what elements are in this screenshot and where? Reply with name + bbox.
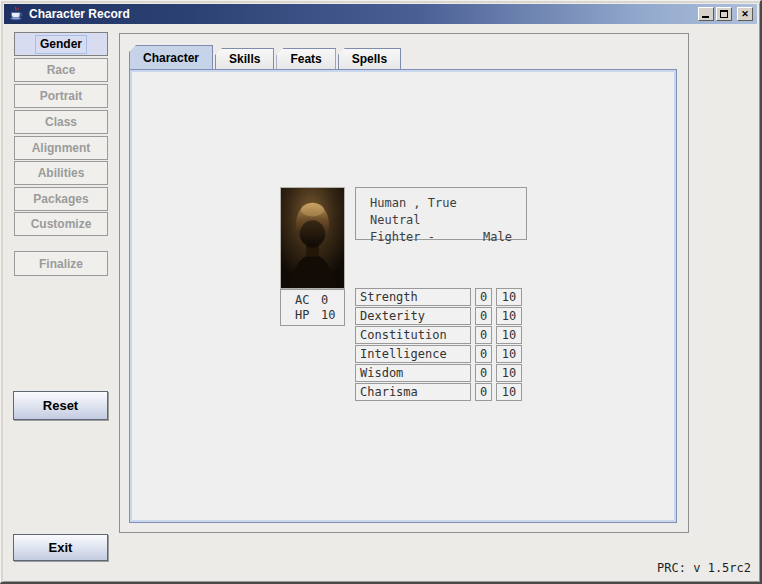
hp-label: HP [295, 308, 321, 322]
ac-label: AC [295, 293, 321, 307]
character-tab-content: AC 0 HP 10 Human , True Neutral Fighter … [129, 69, 677, 523]
ability-score: 10 [496, 326, 522, 344]
summary-gender: Male [483, 229, 512, 246]
close-icon: ✕ [741, 9, 749, 19]
ability-row-intelligence: Intelligence 0 10 [355, 345, 522, 363]
reset-button[interactable]: Reset [13, 391, 108, 420]
maximize-icon [720, 10, 728, 18]
ability-table: Strength 0 10 Dexterity 0 10 Constitutio… [355, 288, 522, 402]
summary-class: Fighter - [370, 229, 435, 246]
sidebar-button-abilities: Abilities [14, 161, 108, 185]
summary-race-alignment: Human , True Neutral [370, 195, 512, 229]
ability-mod: 0 [475, 326, 492, 344]
maximize-button[interactable] [716, 7, 732, 21]
ability-name: Dexterity [355, 307, 471, 325]
ability-mod: 0 [475, 288, 492, 306]
ability-mod: 0 [475, 345, 492, 363]
ability-row-strength: Strength 0 10 [355, 288, 522, 306]
sidebar-button-alignment: Alignment [14, 136, 108, 160]
character-summary-box: Human , True Neutral Fighter - Male [355, 187, 527, 240]
tab-feats[interactable]: Feats [276, 48, 335, 69]
ability-score: 10 [496, 364, 522, 382]
sidebar-button-race: Race [14, 58, 108, 82]
combat-stats-box: AC 0 HP 10 [280, 289, 345, 326]
java-coffee-cup-icon [8, 6, 24, 22]
app-window: Character Record ✕ Gender Race Portrait … [0, 0, 762, 584]
window-title: Character Record [29, 7, 130, 21]
sidebar-button-gender[interactable]: Gender [14, 32, 108, 56]
ability-name: Intelligence [355, 345, 471, 363]
sidebar-button-portrait: Portrait [14, 84, 108, 108]
ability-score: 10 [496, 383, 522, 401]
tab-character[interactable]: Character [129, 45, 213, 69]
exit-button[interactable]: Exit [13, 534, 108, 561]
sidebar-button-customize: Customize [14, 212, 108, 236]
character-portrait [280, 187, 345, 289]
version-label: PRC: v 1.5rc2 [657, 561, 751, 575]
sidebar-button-packages: Packages [14, 187, 108, 211]
ability-row-wisdom: Wisdom 0 10 [355, 364, 522, 382]
ac-value: 0 [321, 293, 328, 307]
ability-mod: 0 [475, 364, 492, 382]
ability-mod: 0 [475, 307, 492, 325]
ability-name: Strength [355, 288, 471, 306]
ability-score: 10 [496, 307, 522, 325]
tab-skills[interactable]: Skills [215, 48, 274, 69]
title-bar: Character Record ✕ [4, 4, 757, 24]
minimize-button[interactable] [698, 7, 714, 21]
ability-mod: 0 [475, 383, 492, 401]
sidebar-button-label: Gender [35, 35, 87, 54]
ability-name: Constitution [355, 326, 471, 344]
ability-name: Wisdom [355, 364, 471, 382]
ability-row-constitution: Constitution 0 10 [355, 326, 522, 344]
tab-spells[interactable]: Spells [338, 48, 401, 69]
sidebar-button-class: Class [14, 110, 108, 134]
close-button[interactable]: ✕ [737, 7, 753, 21]
hp-value: 10 [321, 308, 335, 322]
main-panel: Character Skills Feats Spells [119, 33, 689, 533]
ability-row-charisma: Charisma 0 10 [355, 383, 522, 401]
ability-name: Charisma [355, 383, 471, 401]
minimize-icon [702, 16, 709, 18]
ability-score: 10 [496, 288, 522, 306]
finalize-button: Finalize [14, 251, 108, 276]
ability-score: 10 [496, 345, 522, 363]
tab-bar: Character Skills Feats Spells [129, 45, 403, 69]
ability-row-dexterity: Dexterity 0 10 [355, 307, 522, 325]
